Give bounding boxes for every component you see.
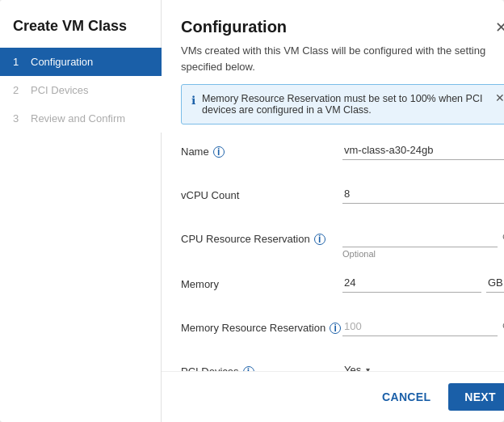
memory-res-row: Memory Resource Reservation i %	[181, 317, 504, 346]
close-button[interactable]: ✕	[490, 19, 504, 36]
cpu-res-info-icon[interactable]: i	[314, 234, 326, 245]
memory-label: Memory	[181, 273, 342, 290]
cpu-res-row: CPU Resource Reservation i % Optional	[181, 228, 504, 259]
sidebar-item-pci-devices[interactable]: 2 PCI Devices	[0, 76, 162, 104]
alert-box: ℹ Memory Resource Reservation must be se…	[181, 84, 504, 124]
name-input-wrap	[342, 141, 504, 160]
pci-devices-input-wrap: Yes ▾	[342, 361, 504, 371]
close-icon: ✕	[495, 19, 504, 36]
name-input[interactable]	[342, 141, 504, 160]
name-row: Name i	[181, 141, 504, 170]
pci-devices-label: PCI Devices i	[181, 361, 342, 371]
pci-devices-value: Yes	[344, 364, 361, 371]
memory-res-input-wrap: %	[342, 317, 504, 336]
memory-input[interactable]	[342, 273, 481, 293]
create-vm-class-modal: Create VM Class 1 Configuration 2 PCI De…	[0, 0, 504, 422]
memory-unit-select[interactable]: GB ▾	[486, 273, 504, 293]
pci-devices-select[interactable]: Yes ▾	[342, 361, 504, 371]
memory-res-input[interactable]	[342, 317, 498, 336]
cpu-res-label: CPU Resource Reservation i	[181, 228, 342, 245]
memory-res-label: Memory Resource Reservation i	[181, 317, 342, 334]
name-label: Name i	[181, 141, 342, 158]
memory-input-wrap: GB ▾	[342, 273, 504, 293]
cancel-button[interactable]: CANCEL	[374, 384, 439, 410]
memory-res-info-icon[interactable]: i	[330, 323, 341, 334]
alert-message: Memory Resource Reservation must be set …	[202, 93, 502, 116]
next-button[interactable]: NEXT	[448, 383, 504, 411]
step-3-label: Review and Confirm	[31, 112, 125, 124]
step-1-label: Configuration	[31, 56, 93, 68]
vcpu-row: vCPU Count	[181, 184, 504, 213]
sidebar-nav: 1 Configuration 2 PCI Devices 3 Review a…	[0, 48, 162, 133]
left-panel: Create VM Class 1 Configuration 2 PCI De…	[0, 0, 162, 422]
alert-close-button[interactable]: ✕	[495, 91, 504, 104]
vcpu-input[interactable]	[342, 184, 504, 204]
pci-devices-row: PCI Devices i Yes ▾	[181, 361, 504, 371]
main-title: Configuration	[181, 18, 287, 36]
cpu-res-hint: Optional	[342, 249, 504, 259]
alert-info-icon: ℹ	[191, 94, 195, 107]
alert-close-icon: ✕	[495, 91, 504, 104]
vcpu-input-wrap	[342, 184, 504, 204]
name-info-icon[interactable]: i	[213, 146, 225, 158]
sidebar-item-review[interactable]: 3 Review and Confirm	[0, 104, 162, 133]
sidebar-title: Create VM Class	[0, 0, 161, 48]
main-subtitle: VMs created with this VM Class will be c…	[162, 36, 504, 84]
memory-input-row: GB ▾	[342, 273, 504, 293]
memory-unit-value: GB	[488, 276, 503, 289]
step-2-num: 2	[13, 84, 24, 96]
step-1-num: 1	[13, 56, 24, 68]
main-header: Configuration ✕	[162, 0, 504, 36]
cpu-res-input-row: %	[342, 228, 504, 247]
cpu-res-input[interactable]	[342, 228, 498, 247]
main-content: Configuration ✕ VMs created with this VM…	[162, 0, 504, 422]
sidebar-item-configuration[interactable]: 1 Configuration	[0, 48, 162, 76]
cpu-res-input-wrap: % Optional	[342, 228, 504, 259]
vcpu-label: vCPU Count	[181, 184, 342, 201]
step-3-num: 3	[13, 112, 24, 124]
memory-row: Memory GB ▾	[181, 273, 504, 302]
memory-res-input-row: %	[342, 317, 504, 336]
footer: CANCEL NEXT	[162, 371, 504, 422]
form-area: Name i vCPU Count CPU Resource R	[162, 134, 504, 371]
step-2-label: PCI Devices	[31, 84, 89, 96]
pci-devices-chevron-icon: ▾	[366, 365, 370, 371]
